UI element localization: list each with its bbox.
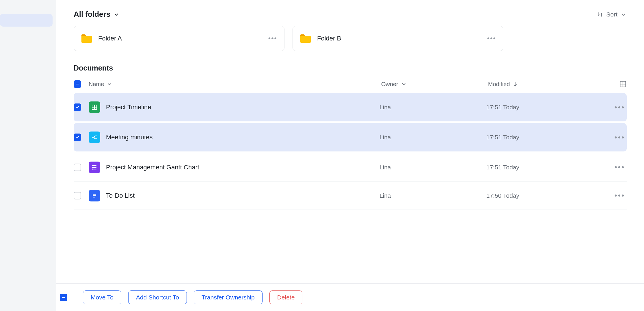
row-more-button[interactable]: •••	[615, 163, 625, 172]
folder-more-button[interactable]: •••	[487, 34, 496, 42]
mind-icon	[89, 132, 100, 143]
document-name: Project Management Gantt Chart	[106, 164, 199, 171]
document-name: Meeting minutes	[106, 134, 152, 141]
sort-button[interactable]: Sort	[597, 11, 627, 18]
folders-row: Folder A ••• Folder B •••	[74, 26, 627, 51]
sort-label: Sort	[606, 11, 617, 18]
owner-cell: Lina	[379, 192, 391, 199]
document-rows: Project Timeline Lina 17:51 Today ••• Me…	[74, 93, 627, 210]
select-all-checkbox[interactable]	[74, 80, 81, 88]
row-checkbox[interactable]	[74, 103, 81, 111]
table-row[interactable]: To-Do List Lina 17:50 Today •••	[74, 182, 627, 210]
modified-cell: 17:51 Today	[486, 164, 519, 171]
selection-action-bar: Move To Add Shortcut To Transfer Ownersh…	[56, 283, 644, 311]
modified-cell: 17:50 Today	[486, 192, 519, 199]
folder-card[interactable]: Folder A •••	[74, 26, 284, 51]
svg-point-13	[92, 169, 93, 169]
footer-select-checkbox[interactable]	[60, 294, 67, 301]
sidebar	[0, 0, 56, 311]
row-checkbox[interactable]	[74, 134, 81, 141]
folder-more-button[interactable]: •••	[268, 34, 277, 42]
table-header: Name Owner Modified	[74, 77, 627, 93]
row-checkbox[interactable]	[74, 164, 81, 171]
table-row[interactable]: Project Timeline Lina 17:51 Today •••	[74, 93, 627, 121]
arrow-down-icon	[512, 81, 518, 87]
chevron-down-icon	[106, 81, 113, 87]
gantt-icon	[89, 162, 100, 173]
all-folders-label: All folders	[74, 10, 110, 19]
document-name: To-Do List	[106, 192, 135, 199]
modified-cell: 17:51 Today	[486, 104, 519, 111]
folder-icon	[81, 34, 92, 43]
main-area: All folders Sort Folder	[56, 0, 644, 311]
column-owner-header[interactable]: Owner	[381, 81, 488, 88]
column-settings-icon[interactable]	[619, 80, 627, 88]
owner-cell: Lina	[379, 104, 391, 111]
content-scroll: All folders Sort Folder	[56, 0, 644, 283]
document-name: Project Timeline	[106, 103, 151, 111]
folder-name: Folder A	[98, 35, 263, 42]
svg-point-11	[92, 165, 93, 166]
doc-icon	[89, 190, 100, 201]
owner-cell: Lina	[379, 164, 391, 171]
sort-icon	[597, 11, 603, 18]
row-more-button[interactable]: •••	[615, 133, 625, 142]
column-modified-header[interactable]: Modified	[488, 81, 606, 88]
all-folders-dropdown[interactable]: All folders	[74, 10, 120, 19]
folder-name: Folder B	[317, 35, 481, 42]
row-checkbox[interactable]	[74, 192, 81, 199]
sheet-icon	[89, 101, 100, 113]
owner-cell: Lina	[379, 134, 391, 141]
row-more-button[interactable]: •••	[615, 191, 625, 200]
delete-button[interactable]: Delete	[269, 290, 303, 304]
move-to-button[interactable]: Move To	[83, 290, 121, 304]
documents-section-title: Documents	[74, 64, 627, 72]
transfer-ownership-button[interactable]: Transfer Ownership	[194, 290, 263, 304]
row-more-button[interactable]: •••	[615, 103, 625, 112]
add-shortcut-button[interactable]: Add Shortcut To	[128, 290, 187, 304]
table-row[interactable]: Meeting minutes Lina 17:51 Today •••	[74, 123, 627, 151]
folder-card[interactable]: Folder B •••	[293, 26, 503, 51]
svg-point-12	[92, 167, 93, 168]
sidebar-active-item[interactable]	[0, 14, 53, 27]
chevron-down-icon	[401, 81, 407, 87]
folder-icon	[300, 34, 311, 43]
chevron-down-icon	[620, 11, 627, 18]
chevron-down-icon	[113, 11, 120, 18]
modified-cell: 17:51 Today	[486, 134, 519, 141]
column-name-header[interactable]: Name	[89, 81, 381, 88]
table-row[interactable]: Project Management Gantt Chart Lina 17:5…	[74, 153, 627, 182]
